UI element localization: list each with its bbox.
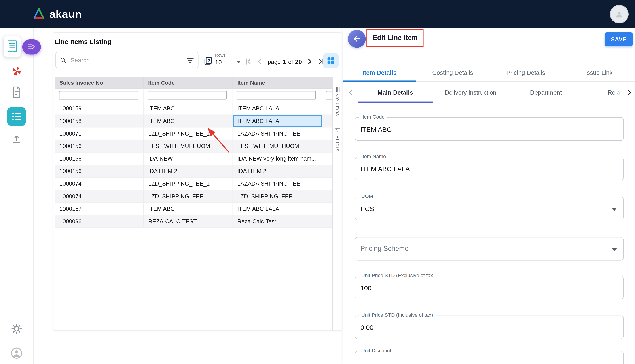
filters-rail-tab[interactable]: Filters <box>335 136 340 152</box>
filter-list-icon[interactable] <box>187 57 194 63</box>
search-input[interactable] <box>70 56 183 64</box>
brand-name: akaun <box>49 8 82 20</box>
field-uom-select[interactable]: UOM PCS <box>355 196 624 220</box>
user-avatar[interactable] <box>610 5 628 24</box>
column-header-sales-invoice-no[interactable]: Sales Invoice No <box>55 77 144 88</box>
top-bar: akaun <box>0 0 635 28</box>
column-header-item-code[interactable]: Item Code <box>144 77 233 88</box>
field-value: 100 <box>360 284 372 292</box>
table-row[interactable]: 1000156 IDA ITEM 2 IDA ITEM 2 <box>55 165 332 178</box>
brand-logo[interactable]: akaun <box>33 8 82 20</box>
edit-line-item-panel: Edit Line Item SAVE Item Details Costing… <box>343 28 635 364</box>
gear-icon <box>12 324 22 334</box>
field-unit-price-exclusive[interactable]: Unit Price STD (Exclusive of tax) 100 <box>355 276 624 299</box>
table-filter-row <box>55 89 332 102</box>
document-icon <box>12 87 21 98</box>
back-button[interactable] <box>348 30 366 48</box>
field-value: PCS <box>360 205 374 212</box>
panel-title: Edit Line Item <box>372 34 418 42</box>
field-pricing-scheme-select[interactable]: Pricing Scheme <box>355 237 624 260</box>
search-icon <box>60 57 66 63</box>
filter-input-item-code[interactable] <box>148 91 227 100</box>
field-item-name[interactable]: Item Name ITEM ABC LALA <box>355 157 624 180</box>
rail-divider <box>334 122 341 122</box>
cell-sales-invoice-no: 1000096 <box>55 215 144 227</box>
sidebar <box>0 28 34 364</box>
grid-view-button[interactable] <box>323 53 338 68</box>
rows-value: 10 <box>215 59 222 66</box>
cell-item-code: LZD_SHIPPING_FEE_1 <box>144 178 233 190</box>
table-row[interactable]: 1000074 LZD_SHIPPING_FEE LZD_SHIPPING_FE… <box>55 190 332 202</box>
table-row[interactable]: 1000156 TEST WITH MULTIUOM TEST WITH MUL… <box>55 140 332 152</box>
filter-input-sales-invoice-no[interactable] <box>59 91 138 100</box>
table-row[interactable]: 1000071 LZD_SHIPPING_FEE_1 LAZADA SHIPPI… <box>55 128 332 140</box>
column-header-item-name[interactable]: Item Name <box>233 77 322 88</box>
field-unit-price-inclusive[interactable]: Unit Price STD (Inclusive of tax) 0.00 <box>355 316 624 339</box>
cell-item-name: Reza-Calc-Test <box>233 215 322 227</box>
cell-extra <box>322 215 332 227</box>
cell-item-code: IDA ITEM 2 <box>144 165 233 177</box>
cell-extra <box>322 190 332 202</box>
tab-item-details[interactable]: Item Details <box>343 64 416 81</box>
filter-input-item-name[interactable] <box>237 91 316 100</box>
tab-pricing-details[interactable]: Pricing Details <box>489 64 562 81</box>
table-row[interactable]: 1000096 REZA-CALC-TEST Reza-Calc-Test <box>55 215 332 228</box>
table-row-selected[interactable]: 1000158 ITEM ABC ITEM ABC LALA <box>55 115 332 127</box>
table-row[interactable]: 1000156 IDA-NEW IDA-NEW very long item n… <box>55 152 332 165</box>
subtab-related-doc[interactable]: Related D <box>584 82 621 103</box>
field-value: ITEM ABC <box>360 126 391 133</box>
cell-item-name-focused[interactable]: ITEM ABC LALA <box>233 115 322 127</box>
tab-costing-details[interactable]: Costing Details <box>416 64 489 81</box>
subtabs-scroll-right-button[interactable] <box>624 87 634 98</box>
subtabs-scroll-left-button[interactable] <box>345 87 356 98</box>
subtab-main-details[interactable]: Main Details <box>357 82 433 103</box>
pages-stack-icon[interactable]: 2 <box>203 56 213 68</box>
cell-sales-invoice-no: 1000159 <box>55 102 144 114</box>
chevron-down-icon <box>612 246 617 253</box>
sidebar-item-documents[interactable] <box>12 87 21 98</box>
field-label: Unit Price STD (Exclusive of tax) <box>359 273 437 278</box>
first-page-button[interactable] <box>243 56 254 67</box>
cell-item-name: LAZADA SHIPPING FEE <box>233 128 322 140</box>
table-header-row: Sales Invoice No Item Code Item Name <box>55 77 332 89</box>
list-icon <box>12 112 22 120</box>
cell-item-name: IDA-NEW very long item nam... <box>233 152 322 164</box>
sidebar-item-line-items-active[interactable] <box>7 107 26 126</box>
previous-page-button[interactable] <box>254 56 265 67</box>
app-root: akaun <box>0 0 635 364</box>
akaun-triangle-icon <box>33 8 45 20</box>
field-unit-discount[interactable]: Unit Discount <box>355 351 624 364</box>
menu-open-icon <box>28 44 36 50</box>
cell-extra <box>322 115 332 127</box>
table-row[interactable]: 1000159 ITEM ABC ITEM ABC LALA <box>55 102 332 115</box>
tab-issue-link[interactable]: Issue Link <box>562 64 635 81</box>
sidebar-item-settings[interactable] <box>12 324 22 334</box>
subtab-delivery-instruction[interactable]: Delivery Instruction <box>433 82 508 103</box>
upload-icon <box>12 134 22 144</box>
rows-per-page-select[interactable]: Rows 10 <box>215 52 241 67</box>
sidebar-item-red-app[interactable] <box>12 66 22 76</box>
columns-rail-tab[interactable]: Columns <box>335 94 340 116</box>
table-row[interactable]: 1000157 ITEM ABC ITEM ABC LALA <box>55 202 332 215</box>
next-page-button[interactable] <box>305 56 315 67</box>
page-title: Line Items Listing <box>55 38 112 46</box>
sidebar-item-account[interactable] <box>11 347 23 359</box>
field-item-code[interactable]: Item Code ITEM ABC <box>355 117 624 141</box>
table-row[interactable]: 1000074 LZD_SHIPPING_FEE_1 LAZADA SHIPPI… <box>55 178 332 190</box>
cell-extra <box>322 165 332 177</box>
field-label: Item Code <box>359 114 387 120</box>
sidebar-expand-button[interactable] <box>22 39 41 55</box>
cell-item-code: REZA-CALC-TEST <box>144 215 233 227</box>
cell-extra <box>322 202 332 214</box>
columns-icon <box>335 87 340 92</box>
detail-tabs: Item Details Costing Details Pricing Det… <box>343 64 635 82</box>
column-header-extra <box>322 77 332 88</box>
cell-item-name: LZD_SHIPPING_FEE <box>233 190 322 202</box>
sidebar-item-upload[interactable] <box>12 134 22 144</box>
field-label: UOM <box>359 194 376 199</box>
field-label: Item Name <box>359 154 388 159</box>
filter-input-extra[interactable] <box>326 91 332 100</box>
save-button[interactable]: SAVE <box>605 32 632 46</box>
subtab-department[interactable]: Department <box>508 82 584 103</box>
sidebar-item-invoice-module[interactable] <box>3 36 21 58</box>
